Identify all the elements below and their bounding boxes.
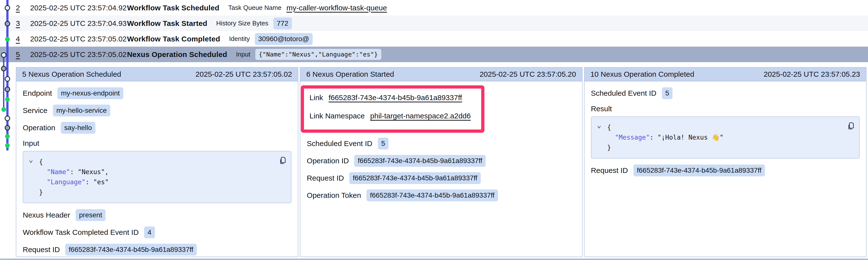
code-line: } <box>607 143 842 153</box>
detail-label: Input <box>23 139 291 148</box>
detail-row: Servicemy-hello-service <box>23 105 291 116</box>
event-detail-section: 5 Nexus Operation Scheduled2025-02-25 UT… <box>0 62 868 260</box>
detail-label: Request ID <box>307 174 344 182</box>
event-detail-panel: 5 Nexus Operation Scheduled2025-02-25 UT… <box>16 67 298 257</box>
detail-code-section: Input⌄{ "Name": "Nexus", "Language": "es… <box>23 139 291 203</box>
detail-badge: 5 <box>378 138 389 149</box>
detail-row: Operationsay-hello <box>23 122 291 134</box>
event-id-link[interactable]: 2 <box>16 4 22 12</box>
code-line: "Language": "es" <box>39 177 274 187</box>
detail-row: Request IDf665283f-743e-4374-b45b-9a61a8… <box>23 244 291 256</box>
event-row[interactable]: 32025-02-25 UTC 23:57:04.93Workflow Task… <box>0 15 868 31</box>
event-detail-panels: 5 Nexus Operation Scheduled2025-02-25 UT… <box>16 67 867 257</box>
panel-header: 10 Nexus Operation Completed2025-02-25 U… <box>585 68 866 81</box>
detail-badge: f665283f-743e-4374-b45b-9a61a89337ff <box>354 155 486 167</box>
panel-timestamp: 2025-02-25 UTC 23:57:05.20 <box>479 70 576 78</box>
detail-row: Scheduled Event ID5 <box>307 138 576 149</box>
detail-badge: 5 <box>662 87 673 99</box>
detail-row: Request IDf665283f-743e-4374-b45b-9a61a8… <box>591 164 860 176</box>
event-attribute-label: Task Queue Name <box>228 4 281 11</box>
code-line: "Name": "Nexus", <box>39 167 274 177</box>
detail-label: Operation Token <box>307 191 361 199</box>
panel-title: 5 Nexus Operation Scheduled <box>22 70 121 78</box>
detail-row: Operation IDf665283f-743e-4374-b45b-9a61… <box>307 155 576 167</box>
event-timestamp: 2025-02-25 UTC 23:57:05.02 <box>30 35 127 43</box>
event-name: Workflow Task Scheduled <box>127 4 219 12</box>
detail-label: Nexus Header <box>23 211 70 219</box>
event-attribute-label: History Size Bytes <box>216 20 269 27</box>
detail-badge: my-hello-service <box>53 105 110 116</box>
panel-header: 6 Nexus Operation Started2025-02-25 UTC … <box>300 68 582 81</box>
panel-title: 6 Nexus Operation Started <box>306 70 394 78</box>
detail-label: Result <box>591 105 860 113</box>
detail-label: Link <box>309 94 323 102</box>
panel-title: 10 Nexus Operation Completed <box>590 70 694 78</box>
event-attribute-link[interactable]: my-caller-workflow-task-queue <box>286 4 387 12</box>
panel-body: Linkf665283f-743e-4374-b45b-9a61a89337ff… <box>300 81 582 213</box>
copy-icon <box>278 155 286 164</box>
detail-badge: f665283f-743e-4374-b45b-9a61a89337ff <box>65 244 197 256</box>
chevron-down-icon[interactable]: ⌄ <box>597 121 601 129</box>
event-timestamp: 2025-02-25 UTC 23:57:04.93 <box>30 19 127 28</box>
code-content: { "Name": "Nexus", "Language": "es"} <box>39 157 274 197</box>
event-attribute-label: Identity <box>229 35 250 43</box>
event-row[interactable]: 42025-02-25 UTC 23:57:05.02Workflow Task… <box>0 31 868 47</box>
event-id-link[interactable]: 5 <box>16 50 22 59</box>
copy-button[interactable] <box>278 155 286 164</box>
detail-row: Endpointmy-nexus-endpoint <box>23 87 291 99</box>
detail-label: Scheduled Event ID <box>591 89 656 98</box>
event-attribute-badge: 30960@totoro@ <box>255 33 313 45</box>
detail-link[interactable]: f665283f-743e-4374-b45b-9a61a89337ff <box>329 94 462 102</box>
detail-label: Workflow Task Completed Event ID <box>23 228 138 236</box>
code-line: { <box>39 157 274 167</box>
event-timestamp: 2025-02-25 UTC 23:57:04.92 <box>30 4 127 12</box>
detail-label: Endpoint <box>23 89 52 98</box>
detail-label: Link Namespace <box>309 112 365 120</box>
event-name: Nexus Operation Scheduled <box>127 50 227 59</box>
panel-body: Scheduled Event ID5Result⌄{ "Message": "… <box>585 81 866 188</box>
detail-row: Operation Tokenf665283f-743e-4374-b45b-9… <box>307 189 576 201</box>
panel-body: Endpointmy-nexus-endpointServicemy-hello… <box>16 81 298 257</box>
detail-label: Operation ID <box>307 157 349 165</box>
detail-row: Linkf665283f-743e-4374-b45b-9a61a89337ff <box>309 92 471 103</box>
copy-button[interactable] <box>846 121 855 130</box>
detail-badge: say-hello <box>61 122 95 134</box>
event-id-link[interactable]: 4 <box>16 35 22 43</box>
code-block: ⌄{ "Name": "Nexus", "Language": "es"} <box>23 151 291 203</box>
detail-code-section: Result⌄{ "Message": "¡Hola! Nexus 👋"} <box>591 105 860 159</box>
highlight-box: Linkf665283f-743e-4374-b45b-9a61a89337ff… <box>301 85 484 133</box>
event-name: Workflow Task Started <box>127 19 207 28</box>
copy-icon <box>846 121 855 130</box>
event-detail-panel: 10 Nexus Operation Completed2025-02-25 U… <box>584 67 867 257</box>
event-row[interactable]: 52025-02-25 UTC 23:57:05.02Nexus Operati… <box>0 47 868 62</box>
event-name: Workflow Task Completed <box>127 35 220 43</box>
detail-row: Workflow Task Completed Event ID4 <box>23 226 291 238</box>
panel-header: 5 Nexus Operation Scheduled2025-02-25 UT… <box>16 68 298 81</box>
event-attribute-badge: {"Name":"Nexus","Language":"es"} <box>255 49 381 60</box>
code-line: } <box>39 187 274 197</box>
detail-link[interactable]: phil-target-namespace2.a2dd6 <box>370 112 471 120</box>
event-attribute-badge: 772 <box>273 17 292 29</box>
detail-label: Operation <box>23 123 55 132</box>
detail-badge: f665283f-743e-4374-b45b-9a61a89337ff <box>367 189 498 201</box>
detail-badge: 4 <box>144 226 155 238</box>
event-timestamp: 2025-02-25 UTC 23:57:05.02 <box>30 50 127 59</box>
json-key: "Message" <box>615 134 650 141</box>
detail-row: Nexus Headerpresent <box>23 209 291 221</box>
workflow-history-view: 22025-02-25 UTC 23:57:04.92Workflow Task… <box>0 0 868 260</box>
chevron-down-icon[interactable]: ⌄ <box>29 156 33 163</box>
detail-row: Request IDf665283f-743e-4374-b45b-9a61a8… <box>307 172 576 184</box>
panel-timestamp: 2025-02-25 UTC 23:57:05.23 <box>764 70 860 78</box>
event-row[interactable]: 22025-02-25 UTC 23:57:04.92Workflow Task… <box>0 0 868 15</box>
detail-label: Scheduled Event ID <box>307 139 372 148</box>
json-key: "Language" <box>47 178 86 186</box>
panel-timestamp: 2025-02-25 UTC 23:57:05.02 <box>195 70 292 78</box>
code-line: "Message": "¡Hola! Nexus 👋" <box>607 133 842 143</box>
detail-row: Scheduled Event ID5 <box>591 87 860 99</box>
detail-label: Request ID <box>591 166 628 175</box>
code-line: { <box>607 122 842 133</box>
detail-badge: present <box>75 209 105 221</box>
event-id-link[interactable]: 3 <box>16 19 22 28</box>
detail-badge: f665283f-743e-4374-b45b-9a61a89337ff <box>633 164 765 176</box>
event-detail-panel: 6 Nexus Operation Started2025-02-25 UTC … <box>300 67 582 257</box>
